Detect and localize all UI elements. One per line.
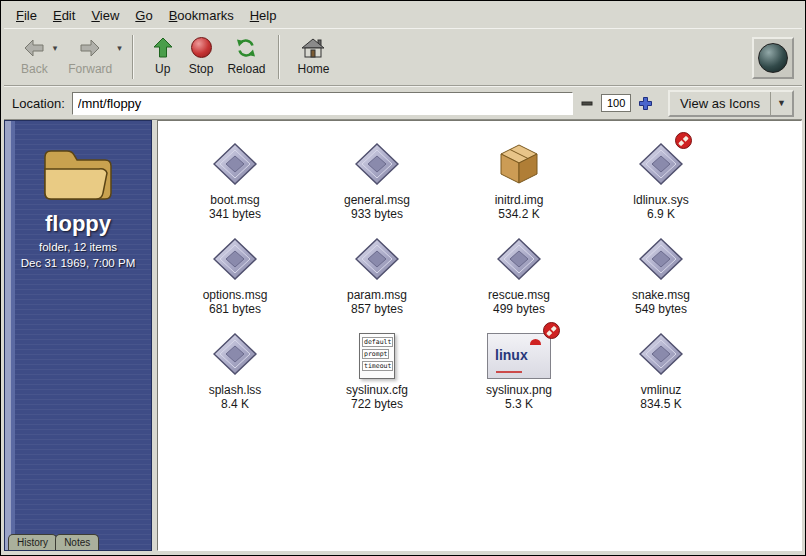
generic-file-icon [639, 333, 683, 379]
file-name: syslinux.cfg [346, 383, 408, 397]
chevron-down-icon: ▼ [770, 92, 792, 115]
file-item[interactable]: defaultprompttimeoutsyslinux.cfg722 byte… [306, 323, 448, 418]
file-manager-window: FileEditViewGoBookmarksHelp Back▾Forward… [0, 0, 806, 556]
file-size: 5.3 K [505, 397, 533, 411]
file-item[interactable]: general.msg933 bytes [306, 133, 448, 228]
text-preview-line: timeout [362, 361, 393, 371]
location-bar: Location: 100 View as Icons ▼ [4, 86, 802, 120]
file-icon-holder [355, 139, 399, 189]
menu-view[interactable]: View [83, 5, 127, 26]
thumbnail-decoration [496, 371, 522, 373]
view-mode-dropdown[interactable]: View as Icons ▼ [668, 90, 794, 117]
back-button[interactable]: Back [14, 33, 55, 77]
toolbar-button-label: Forward [68, 62, 112, 76]
generic-file-icon [213, 238, 257, 284]
file-size: 8.4 K [221, 397, 249, 411]
file-name: boot.msg [210, 193, 259, 207]
file-item[interactable]: boot.msg341 bytes [164, 133, 306, 228]
menu-edit[interactable]: Edit [45, 5, 83, 26]
file-item[interactable]: ldlinux.sys6.9 K [590, 133, 732, 228]
forward-button[interactable]: Forward [61, 33, 119, 77]
file-item[interactable]: param.msg857 bytes [306, 228, 448, 323]
toolbar-groups: Back▾Forward▾UpStopReloadHome [14, 33, 337, 79]
minus-icon [581, 97, 593, 109]
sidebar-tabs: HistoryNotes [8, 534, 97, 550]
no-write-emblem-icon [543, 322, 560, 339]
file-icon-holder [496, 139, 542, 189]
location-label: Location: [12, 96, 65, 111]
file-size: 857 bytes [351, 302, 403, 316]
sidebar-folder-title: floppy [45, 211, 111, 237]
file-icon-holder [213, 234, 257, 284]
toolbar-button-label: Home [297, 62, 329, 76]
file-item[interactable]: linuxsyslinux.png5.3 K [448, 323, 590, 418]
file-item[interactable]: splash.lss8.4 K [164, 323, 306, 418]
file-name: initrd.img [495, 193, 544, 207]
file-size: 549 bytes [635, 302, 687, 316]
image-thumbnail-icon: linux [487, 333, 551, 379]
forward-dropdown-chevron[interactable]: ▾ [117, 43, 122, 53]
up-arrow-icon [153, 35, 173, 60]
file-name: vmlinuz [641, 383, 682, 397]
home-icon [300, 35, 326, 60]
throbber-icon [758, 43, 788, 73]
back-arrow-icon [23, 35, 45, 60]
file-item[interactable]: vmlinuz834.5 K [590, 323, 732, 418]
menu-bookmarks[interactable]: Bookmarks [161, 5, 242, 26]
file-size: 681 bytes [209, 302, 261, 316]
toolbar-button-label: Back [21, 62, 48, 76]
stop-icon [191, 35, 212, 60]
forward-arrow-icon [79, 35, 101, 60]
file-name: splash.lss [209, 383, 262, 397]
file-size: 341 bytes [209, 207, 261, 221]
generic-file-icon [355, 143, 399, 189]
generic-file-icon [639, 238, 683, 284]
text-preview-line: default [362, 337, 393, 347]
menu-help[interactable]: Help [242, 5, 285, 26]
reload-icon [235, 35, 257, 60]
toolbar-separator [132, 35, 134, 79]
zoom-level: 100 [601, 94, 631, 112]
reload-button[interactable]: Reload [220, 33, 272, 77]
up-button[interactable]: Up [144, 33, 182, 77]
menu-file[interactable]: File [8, 5, 45, 26]
file-icon-holder [639, 329, 683, 379]
home-button[interactable]: Home [290, 33, 336, 77]
toolbar: Back▾Forward▾UpStopReloadHome [4, 28, 802, 86]
generic-file-icon [213, 143, 257, 189]
file-size: 834.5 K [640, 397, 681, 411]
file-item[interactable]: initrd.img534.2 K [448, 133, 590, 228]
file-icon-holder: defaultprompttimeout [359, 329, 395, 379]
sidebar-folder-info: folder, 12 items [39, 241, 117, 253]
stop-button[interactable]: Stop [182, 33, 221, 77]
back-dropdown-chevron[interactable]: ▾ [53, 43, 58, 53]
sidebar-tab-history[interactable]: History [8, 534, 57, 550]
file-item[interactable]: snake.msg549 bytes [590, 228, 732, 323]
plus-icon [639, 97, 652, 110]
menubar: FileEditViewGoBookmarksHelp [4, 2, 802, 28]
file-name: rescue.msg [488, 288, 550, 302]
toolbar-button-label: Up [155, 62, 170, 76]
file-item[interactable]: options.msg681 bytes [164, 228, 306, 323]
location-input[interactable] [72, 92, 573, 115]
generic-file-icon [639, 143, 683, 189]
file-icon-holder: linux [487, 329, 551, 379]
generic-file-icon [497, 238, 541, 284]
generic-file-icon [213, 333, 257, 379]
file-size: 6.9 K [647, 207, 675, 221]
no-write-emblem-icon [675, 132, 692, 149]
zoom-in-button[interactable] [638, 96, 653, 111]
file-icon-holder [639, 139, 683, 189]
zoom-out-button[interactable] [580, 96, 594, 110]
menu-go[interactable]: Go [127, 5, 160, 26]
file-icon-holder [213, 329, 257, 379]
sidebar-tab-notes[interactable]: Notes [55, 534, 99, 550]
folder-icon [39, 143, 117, 207]
file-icon-holder [639, 234, 683, 284]
throbber-frame [752, 37, 794, 79]
file-item[interactable]: rescue.msg499 bytes [448, 228, 590, 323]
file-view[interactable]: boot.msg341 bytesgeneral.msg933 bytesini… [157, 120, 802, 551]
file-size: 722 bytes [351, 397, 403, 411]
file-name: param.msg [347, 288, 407, 302]
file-icon-holder [355, 234, 399, 284]
